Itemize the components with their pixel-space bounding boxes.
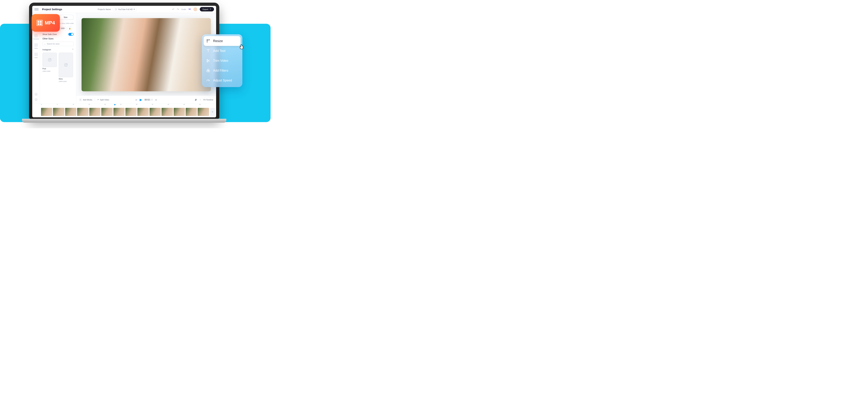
export-button[interactable]: Export ⇧ [200, 7, 214, 11]
canvas-area: +Add Media ✂Split Video ⏮ ▶ 00:02:23 ⏭ 🔊… [76, 13, 216, 104]
feedback-icon[interactable] [34, 98, 38, 101]
lock-aspect-icon[interactable]: 🔒 [68, 26, 72, 30]
skip-forward-icon[interactable]: ⏭ [155, 99, 157, 101]
clip-frame[interactable] [77, 108, 88, 116]
tool-trim-video[interactable]: Trim Video [204, 56, 241, 66]
svg-point-7 [207, 59, 208, 60]
rail-draw[interactable]: Draw [34, 53, 38, 59]
clip-frame[interactable] [186, 108, 197, 116]
group-instagram[interactable]: Instagram ⌃ [42, 48, 73, 51]
clip-frame[interactable] [137, 108, 149, 116]
timecode: 00:02:23 [145, 99, 153, 101]
clip-frame[interactable] [41, 108, 52, 116]
svg-point-3 [51, 59, 51, 59]
other-sizes-title: Other Sizes [42, 37, 73, 40]
tool-adjust-speed[interactable]: Adjust Speed [204, 75, 241, 85]
chevron-down-icon: ▾ [134, 8, 135, 10]
svg-rect-0 [115, 9, 117, 10]
undo-icon[interactable]: ↶ [172, 8, 175, 11]
scissors-icon: ✂ [97, 99, 99, 101]
clip-frame[interactable] [150, 108, 161, 116]
play-icon[interactable]: ▶ [140, 98, 142, 102]
invite-button[interactable]: Invite [181, 8, 186, 10]
clip-frame[interactable] [197, 108, 209, 116]
split-video-button[interactable]: ✂Split Video [97, 99, 109, 101]
tool-menu: Resize Add Text Trim Video Add Filters A… [202, 34, 242, 87]
clip-frame[interactable] [53, 108, 64, 116]
redo-icon[interactable]: ↷ [177, 8, 179, 11]
height-input[interactable]: 1920H [59, 27, 67, 30]
size-post[interactable]: Post 1080×1080 [42, 53, 57, 82]
svg-point-8 [207, 61, 208, 62]
timeline: 05101520253035404550 [32, 104, 216, 117]
tool-add-text[interactable]: Add Text [204, 46, 241, 56]
upload-icon: ⇧ [210, 8, 211, 10]
transport-bar: +Add Media ✂Split Video ⏮ ▶ 00:02:23 ⏭ 🔊… [76, 96, 216, 104]
search-input[interactable]: ⌕ Search for sizes [42, 42, 73, 46]
zoom-out-icon[interactable]: − [200, 99, 201, 101]
timeline-ruler[interactable]: 05101520253035404550 [40, 104, 216, 106]
skip-back-icon[interactable]: ⏮ [135, 99, 137, 101]
clip-frame[interactable] [89, 108, 100, 116]
volume-icon[interactable]: 🔊 [195, 99, 197, 101]
clip-frame[interactable] [174, 108, 185, 116]
search-icon: ⌕ [44, 43, 45, 45]
timeline-track[interactable]: + [40, 106, 216, 117]
clip-frame[interactable] [65, 108, 76, 116]
film-icon [37, 20, 42, 26]
tool-add-filters[interactable]: Add Filters [204, 66, 241, 75]
topbar: Project Settings Project's Name YouTube … [32, 6, 216, 13]
user-initials: SK [188, 8, 191, 10]
safe-zone-label: Show Safe Zone [42, 33, 57, 35]
fit-timeline-button[interactable]: Fit Timeline [204, 99, 213, 101]
clip-frame[interactable] [101, 108, 113, 116]
add-clip-button[interactable]: + [210, 108, 215, 116]
clip-frame[interactable] [161, 108, 173, 116]
chevron-up-icon: ⌃ [72, 48, 73, 51]
preset-selector[interactable]: YouTube Full HD ▾ [113, 7, 137, 11]
svg-point-5 [65, 64, 66, 65]
video-preview[interactable] [82, 18, 211, 91]
help-icon[interactable] [34, 93, 38, 96]
clip-frame[interactable] [125, 108, 137, 116]
safe-zone-toggle[interactable] [68, 33, 73, 36]
panel-title: Project Settings [42, 8, 62, 11]
svg-point-2 [49, 59, 50, 60]
mp4-badge: MP4 [32, 14, 60, 32]
clip-frame[interactable] [114, 108, 125, 116]
rail-filters[interactable]: Filters [34, 43, 38, 49]
rail-elements[interactable]: Elements [33, 34, 39, 40]
project-name[interactable]: Project's Name [98, 8, 111, 10]
avatar[interactable] [193, 7, 197, 11]
add-media-button[interactable]: +Add Media [79, 98, 92, 101]
size-story[interactable]: Story 1080×1920 [59, 53, 73, 82]
tool-resize[interactable]: Resize [204, 36, 241, 46]
menu-icon[interactable] [34, 8, 38, 10]
svg-point-6 [67, 64, 67, 64]
tab-size[interactable]: Size [58, 15, 73, 19]
